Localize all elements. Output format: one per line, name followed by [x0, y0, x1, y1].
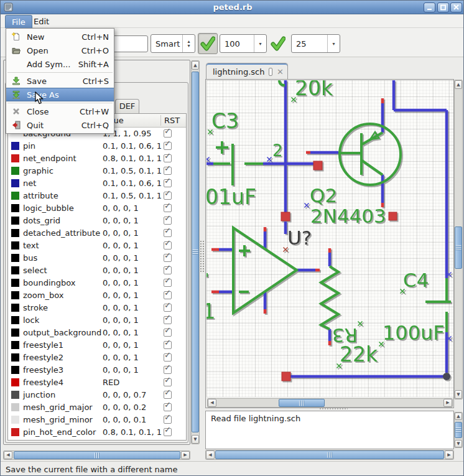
menu-item-quit[interactable]: QuitCtrl+Q: [6, 118, 114, 132]
table-row[interactable]: zoom_box 0, 0, 0, 1 ✓: [8, 289, 186, 302]
canvas-vscroll-thumb[interactable]: [455, 226, 462, 269]
left-panel-hscroll-thumb[interactable]: [14, 451, 180, 459]
pane-resize-handle[interactable]: [200, 240, 205, 273]
apply-zoom-button[interactable]: [269, 34, 287, 53]
table-row[interactable]: freestyle1 0, 0, 0, 1 ✓: [8, 339, 186, 352]
table-row[interactable]: mesh_grid_major 0, 0, 0, 0.2 ✓: [8, 401, 186, 414]
rst-checkbox[interactable]: ✓: [164, 316, 172, 324]
scroll-down-arrow[interactable]: ▼: [455, 390, 462, 399]
rst-checkbox[interactable]: ✓: [164, 217, 172, 225]
table-row[interactable]: select 0, 0, 0, 1 ✓: [8, 264, 186, 277]
table-row[interactable]: logic_bubble 0, 0, 0, 1 ✓: [8, 202, 186, 215]
scroll-down-arrow[interactable]: ▼: [192, 435, 199, 444]
table-row[interactable]: freestyle2 0, 0, 0, 1 ✓: [8, 352, 186, 364]
scroll-left-arrow[interactable]: ◀: [4, 451, 12, 459]
maximize-button[interactable]: [437, 2, 449, 12]
table-row[interactable]: bus 0, 0, 0, 1 ✓: [8, 252, 186, 264]
scroll-up-arrow[interactable]: ▲: [455, 80, 462, 89]
table-row[interactable]: boundingbox 0, 0, 0, 1 ✓: [8, 277, 186, 289]
canvas-vscrollbar[interactable]: ▲ ▼: [454, 80, 463, 399]
tab-close-icon[interactable]: ✕: [277, 67, 284, 77]
spinner-arrows-icon[interactable]: ▴▾: [182, 35, 195, 52]
rst-checkbox[interactable]: ✓: [164, 254, 172, 262]
rst-checkbox[interactable]: ✓: [164, 304, 172, 312]
log-vscrollbar[interactable]: ▲ ▼: [454, 412, 463, 448]
scroll-left-arrow[interactable]: ◀: [208, 399, 216, 407]
dropdown-arrow-icon[interactable]: ▾: [254, 35, 266, 52]
menu-item-save-as[interactable]: Save As: [6, 88, 114, 101]
log-hscroll-thumb[interactable]: [215, 450, 444, 459]
menu-item-new[interactable]: NewCtrl+N: [6, 30, 114, 44]
rst-checkbox[interactable]: ✓: [164, 266, 172, 274]
table-row[interactable]: junction 0, 0, 0, 0.7 ✓: [8, 389, 186, 401]
table-row[interactable]: mesh_grid_minor 0, 0, 0, 0.1 ✓: [8, 414, 186, 426]
rst-checkbox[interactable]: ✓: [164, 229, 172, 237]
table-row[interactable]: net_endpoint 0.8, 0.1, 0.1, 1 ✓: [8, 152, 186, 165]
zoom-combo[interactable]: 100 ▾: [220, 34, 267, 53]
table-row[interactable]: pin 0.1, 0.1, 0.6, 1 ✓: [8, 140, 186, 152]
left-panel-vscroll-thumb[interactable]: [192, 72, 199, 432]
rst-checkbox[interactable]: ✓: [164, 329, 172, 337]
menu-item-close[interactable]: CloseCtrl+W: [6, 105, 114, 118]
rst-checkbox[interactable]: ✓: [164, 154, 172, 162]
tab-lightning-sch[interactable]: lightning.sch ✕: [206, 63, 288, 80]
column-header-rst[interactable]: RST: [164, 116, 180, 125]
rst-checkbox[interactable]: ✓: [164, 241, 172, 250]
table-row[interactable]: lock 0, 0, 0, 1 ✓: [8, 314, 186, 327]
close-button[interactable]: [450, 2, 462, 12]
tab-modified-checkbox[interactable]: [269, 68, 272, 76]
menu-item-save[interactable]: SaveCtrl+S: [6, 74, 114, 88]
table-row[interactable]: stroke 0, 0, 0, 1 ✓: [8, 302, 186, 314]
menu-item-open[interactable]: OpenCtrl+O: [6, 44, 114, 57]
scroll-right-arrow[interactable]: ▶: [443, 399, 452, 407]
menu-edit[interactable]: Edit: [27, 15, 55, 28]
rst-checkbox[interactable]: ✓: [164, 192, 172, 200]
table-row[interactable]: graphic 0.1, 0.5, 0.1, 1 ✓: [8, 165, 186, 177]
rst-checkbox[interactable]: ✓: [164, 428, 172, 436]
rst-checkbox[interactable]: ✓: [164, 167, 172, 175]
minimize-button[interactable]: [424, 2, 435, 12]
canvas-hscroll-thumb[interactable]: [279, 399, 325, 407]
titlebar[interactable]: peted.rb: [1, 1, 464, 14]
table-row[interactable]: dots_grid 0, 0, 0, 1 ✓: [8, 215, 186, 227]
scroll-up-arrow[interactable]: ▲: [192, 61, 199, 70]
scroll-right-arrow[interactable]: ▶: [445, 450, 453, 459]
log-hscrollbar[interactable]: ◀ ▶: [205, 450, 454, 460]
rst-checkbox[interactable]: ✓: [164, 366, 172, 374]
rst-checkbox[interactable]: ✓: [164, 142, 172, 150]
table-row[interactable]: freestyle4 RED ✓: [8, 376, 186, 389]
rst-checkbox[interactable]: ✓: [164, 129, 172, 138]
log-vscroll-thumb[interactable]: [455, 422, 462, 438]
menu-item-add-sym[interactable]: Add Sym...Shift+A: [6, 57, 114, 71]
rst-checkbox[interactable]: ✓: [164, 378, 172, 386]
table-row[interactable]: output_background 0, 0, 0, 1 ✓: [8, 327, 186, 339]
table-row[interactable]: text 0, 0, 0, 1 ✓: [8, 240, 186, 252]
rst-checkbox[interactable]: ✓: [164, 279, 172, 287]
schematic-canvas[interactable]: 20k C3 01uF 2 Q2 2N4403 1 C4 100uF R3 22…: [206, 80, 453, 397]
table-row[interactable]: attribute 0.1, 0.5, 0.1, 1 ✓: [8, 190, 186, 202]
table-row[interactable]: net 0.1, 0.1, 0.6, 1 ✓: [8, 177, 186, 190]
left-panel-vscrollbar[interactable]: ▲ ▼: [191, 60, 200, 444]
rst-checkbox[interactable]: ✓: [164, 391, 172, 399]
apply-mode-button[interactable]: [198, 33, 218, 54]
rst-checkbox[interactable]: ✓: [164, 179, 172, 187]
rst-checkbox[interactable]: ✓: [164, 403, 172, 411]
scroll-left-arrow[interactable]: ◀: [206, 450, 215, 459]
rst-checkbox[interactable]: ✓: [164, 291, 172, 299]
rst-checkbox[interactable]: ✓: [164, 416, 172, 424]
table-row[interactable]: freestyle3 0, 0, 0, 1 ✓: [8, 364, 186, 376]
table-row[interactable]: detached_attribute 0, 0, 0, 1 ✓: [8, 227, 186, 240]
mode-select[interactable]: Smart ▴▾: [151, 34, 195, 53]
rst-checkbox[interactable]: ✓: [164, 204, 172, 212]
table-row[interactable]: pin_hot_end_color 0.8, 0.1, 0.1, 1 ✓: [8, 426, 186, 439]
scroll-up-arrow[interactable]: ▲: [455, 413, 462, 420]
rst-checkbox[interactable]: ✓: [164, 353, 172, 362]
tab-def[interactable]: DEF: [115, 99, 139, 114]
left-panel-hscrollbar[interactable]: ◀ ▶: [3, 450, 190, 460]
canvas-hscrollbar[interactable]: ◀ ▶: [207, 398, 453, 408]
scroll-down-arrow[interactable]: ▼: [455, 440, 462, 447]
scroll-right-arrow[interactable]: ▶: [181, 451, 190, 459]
grid-combo[interactable]: 25 ▾: [291, 34, 340, 53]
rst-checkbox[interactable]: ✓: [164, 341, 172, 349]
dropdown-arrow-icon[interactable]: ▾: [327, 35, 340, 52]
